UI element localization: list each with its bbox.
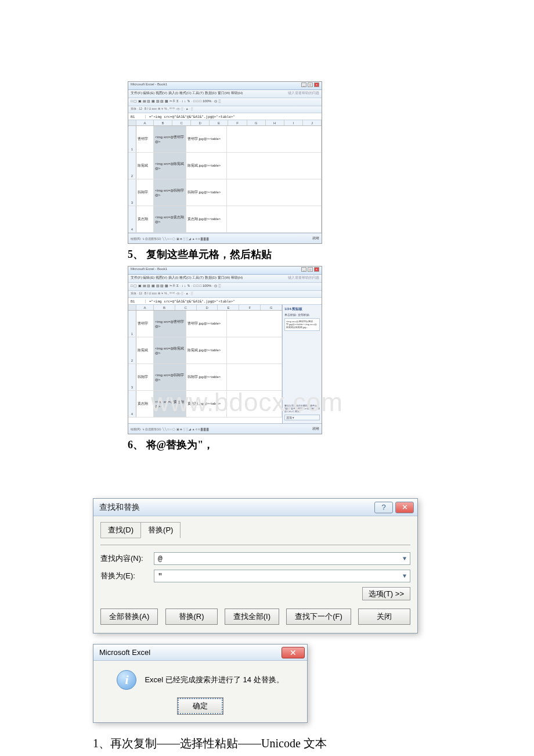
table-row[interactable]: 3 韩翔宇 <img src=@韩翔宇@> 韩翔宇.jpg@><table> [128,179,322,206]
table-row[interactable]: 4 黄志翔 <img src=@黄志翔@> 黄志翔.jpg@><table> [128,206,322,233]
maximize-icon[interactable]: □ [308,82,313,87]
toolbar-standard[interactable]: □ ▢ ▣ ▤ ▥ ▦ ▧ ▨ ▩ ✂ ⎘ Σ · ↕ ↓ ％ · □ □ □ … [128,98,322,106]
col-D[interactable]: D [191,120,210,125]
dropdown-icon[interactable]: ▼ [403,556,406,562]
cell[interactable] [227,391,282,417]
cell[interactable]: 陈宪斌.jpg@><table> [186,153,227,179]
close-icon[interactable]: × [314,82,319,87]
dialog-titlebar[interactable]: 查找和替换 ? ✕ [93,499,417,516]
row-header[interactable]: 3 [128,364,136,390]
cell[interactable] [227,206,322,232]
spreadsheet-grid[interactable]: A B C D E F G 1 曹明宇 <img src=@曹明宇@> 曹明宇.… [128,305,282,423]
table-row[interactable]: 2 陈宪斌 <img src=@陈宪斌@> 陈宪斌.jpg@><table> [128,337,282,364]
select-all-corner[interactable] [128,120,136,125]
cell[interactable]: <img src=@曹明宇@> [154,126,186,152]
tab-replace[interactable]: 替换(P) [140,522,181,538]
close-icon[interactable]: × [314,267,319,272]
cell[interactable]: <img src=@曹明宇@> [154,311,186,337]
row-header[interactable]: 4 [128,206,136,232]
col-A[interactable]: A [136,305,154,310]
clipboard-item[interactable]: <img src=@曹明宇@曹明宇.jpg@><table> <img src=… [284,318,320,331]
col-I[interactable]: I [284,120,303,125]
close-icon[interactable]: ✕ [282,647,305,658]
col-G[interactable]: G [261,305,282,310]
col-C[interactable]: C [172,120,191,125]
maximize-icon[interactable]: □ [308,267,313,272]
row-header[interactable]: 1 [128,126,136,152]
col-F[interactable]: F [228,120,247,125]
table-row[interactable]: 1 曹明宇 <img src=@曹明宇@> 曹明宇.jpg@><table> [128,311,282,337]
find-input[interactable]: @ ▼ [154,552,410,565]
cell[interactable]: 曹明宇.jpg@><table> [186,311,227,337]
name-box[interactable]: B1 [131,115,146,118]
cell[interactable]: 韩翔宇.jpg@><table> [186,364,227,390]
minimize-icon[interactable]: _ [301,267,306,272]
minimize-icon[interactable]: _ [301,82,306,87]
cell[interactable]: 曹明宇.jpg@><table> [186,126,227,152]
cell[interactable] [227,337,282,363]
cell[interactable] [227,126,322,152]
close-button[interactable]: 关闭 [358,609,410,625]
col-G[interactable]: G [247,120,266,125]
table-row[interactable]: 3 韩翔宇 <img src=@韩翔宇@> 韩翔宇.jpg@><table> [128,364,282,391]
col-J[interactable]: J [303,120,322,125]
replace-input[interactable]: " ▼ [154,570,410,582]
toolbar-formatting[interactable]: 宋体 · 12 · B I U ≡≡≡ ⊞ ￥ % , ⁰⁰ ⁰⁰ ◁▷ ░ ·… [128,291,322,298]
find-all-button[interactable]: 查找全部(I) [225,609,279,625]
menu-bar[interactable]: 文件(F) 编辑(E) 视图(V) 插入(I) 格式(O) 工具(T) 数据(D… [128,275,322,283]
drawing-toolbar[interactable]: 绘图(R)· ↳ 自选图形(U)· ╲ ╲ □ ○ ▢ ▣ ◈ ░ ░ ◢·▲·… [131,427,209,431]
cell[interactable]: <img src=@黄志翔@> [154,206,186,232]
cell[interactable]: <img src=@韩翔宇@> [154,179,186,206]
name-box[interactable]: B1 [131,300,146,303]
cell[interactable]: <img src=@韩翔宇@> [154,364,186,390]
cell[interactable]: 黄志翔.jpg@><table> [186,206,227,232]
cell[interactable] [227,364,282,390]
row-header[interactable]: 3 [128,179,136,206]
col-B[interactable]: B [154,120,172,125]
close-icon[interactable]: ✕ [395,502,414,513]
cell[interactable]: 曹明宇 [136,126,154,152]
options-button[interactable]: 选项(T) >> [362,587,410,600]
formula-content[interactable]: ="<img src=@"&A1&"@&"&A1&".jpg@>"<table>… [149,299,235,303]
cell[interactable] [227,311,282,337]
col-E[interactable]: E [210,120,228,125]
dropdown-icon[interactable]: ▼ [403,573,406,579]
cell[interactable]: 陈宪斌 [136,337,154,363]
cell[interactable] [227,153,322,179]
cell[interactable]: <img src=@黄志翔@> [154,391,186,417]
formula-content[interactable]: ="<img src=@"&A1&"@&"&A1&".jpg@>"<table>… [149,114,235,118]
col-F[interactable]: F [239,305,261,310]
cell[interactable]: 黄志翔.jpg@><table> [186,391,227,417]
cell[interactable] [227,179,322,206]
toolbar-standard[interactable]: □ ▢ ▣ ▤ ▥ ▦ ▧ ▨ ▩ ✂ ⎘ Σ · ↕ ↓ ％ · □ □ □ … [128,283,322,291]
cell[interactable]: 陈宪斌.jpg@><table> [186,337,227,363]
msgbox-titlebar[interactable]: Microsoft Excel ✕ [93,645,307,661]
replace-all-button[interactable]: 全部替换(A) [100,609,158,625]
row-header[interactable]: 2 [128,337,136,363]
toolbar-formatting[interactable]: 宋体 · 12 · B I U ≡≡≡ ⊞ ￥ % , ⁰⁰ ⁰⁰ ◁▷ ░ ·… [128,106,322,113]
select-all-corner[interactable] [128,305,136,310]
replace-button[interactable]: 替换(R) [165,609,218,625]
cell[interactable]: 韩翔宇 [136,364,154,390]
menu-bar[interactable]: 文件(F) 编辑(E) 视图(V) 插入(I) 格式(O) 工具(T) 数据(D… [128,90,322,98]
cell[interactable]: <img src=@陈宪斌@> [154,337,186,363]
row-header[interactable]: 4 [128,391,136,417]
ok-button[interactable]: 确定 [178,698,223,714]
col-A[interactable]: A [136,120,154,125]
col-B[interactable]: B [154,305,175,310]
cell[interactable]: 黄志翔 [136,391,154,417]
cell[interactable]: 韩翔宇.jpg@><table> [186,179,227,206]
help-icon[interactable]: ? [374,502,393,513]
drawing-toolbar[interactable]: 绘图(R)· ↳ 自选图形(U)· ╲ ╲ □ ○ ▢ ▣ ◈ ░ ░ ◢·▲·… [131,237,209,240]
formula-bar[interactable]: B1 ="<img src=@"&A1&"@&"&A1&".jpg@>"<tab… [128,113,322,120]
table-row[interactable]: 2 陈宪斌 <img src=@陈宪斌@> 陈宪斌.jpg@><table> [128,153,322,179]
cell[interactable]: <img src=@陈宪斌@> [154,153,186,179]
cell[interactable]: 韩翔宇 [136,179,154,206]
table-row[interactable]: 1 曹明宇 <img src=@曹明宇@> 曹明宇.jpg@><table> [128,126,322,153]
col-H[interactable]: H [266,120,284,125]
col-D[interactable]: D [197,305,218,310]
clipboard-pane[interactable]: 1/24·剪贴板 单击粘贴: 全部粘贴 <img src=@曹明宇@曹明宇.jp… [282,305,322,423]
table-row[interactable]: 4 黄志翔 <img src=@黄志翔@> 黄志翔.jpg@><table> [128,391,282,417]
cell[interactable]: 曹明宇 [136,311,154,337]
formula-bar[interactable]: B1 ="<img src=@"&A1&"@&"&A1&".jpg@>"<tab… [128,298,322,305]
